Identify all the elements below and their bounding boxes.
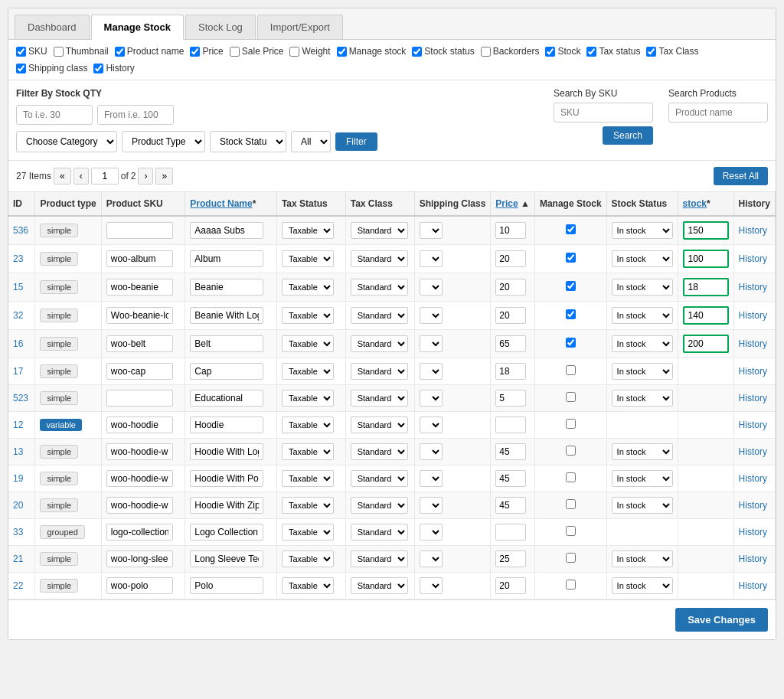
manage-stock-checkbox[interactable] <box>566 553 576 563</box>
name-input[interactable] <box>190 470 263 487</box>
sku-input[interactable] <box>106 550 173 567</box>
product-id-link[interactable]: 16 <box>13 338 23 349</box>
tab-stock-log[interactable]: Stock Log <box>185 15 256 39</box>
col-check-shipping-class[interactable] <box>16 64 26 73</box>
price-input[interactable] <box>495 577 526 594</box>
product-id-link[interactable]: 19 <box>13 473 23 484</box>
col-check-product-name[interactable] <box>115 47 125 57</box>
stock-status-select[interactable]: In stock Out of stock <box>612 497 673 514</box>
history-link[interactable]: History <box>739 310 767 321</box>
tab-dashboard[interactable]: Dashboard <box>15 15 90 39</box>
col-check-backorders[interactable] <box>481 47 491 57</box>
save-changes-button[interactable]: Save Changes <box>675 608 768 632</box>
stock-status-select[interactable]: In stock Out of stock <box>612 222 673 239</box>
reset-all-button[interactable]: Reset All <box>714 167 768 185</box>
manage-stock-checkbox[interactable] <box>566 338 576 348</box>
product-id-link[interactable]: 17 <box>13 366 23 377</box>
product-name-search-input[interactable] <box>668 103 768 122</box>
stock-status-select[interactable]: Stock Statu <box>210 131 286 152</box>
stock-status-select[interactable]: In stock Out of stock <box>612 577 673 594</box>
col-check-price[interactable] <box>190 47 200 57</box>
manage-stock-checkbox[interactable] <box>566 446 576 456</box>
history-link[interactable]: History <box>739 393 767 403</box>
name-input[interactable] <box>190 497 263 514</box>
sku-input[interactable] <box>106 222 173 239</box>
tax-status-select[interactable]: Taxable None <box>282 443 334 460</box>
tax-class-select[interactable]: Standard Reduced Zero <box>351 577 408 594</box>
name-input[interactable] <box>190 416 263 433</box>
tax-status-select[interactable]: Taxable None <box>282 222 334 239</box>
sku-input[interactable] <box>106 470 173 487</box>
sku-input[interactable] <box>106 363 173 380</box>
tax-class-select[interactable]: Standard Reduced Zero <box>351 524 408 541</box>
price-input[interactable] <box>495 363 526 380</box>
tax-class-select[interactable]: Standard Reduced Zero <box>351 250 408 267</box>
tax-status-select[interactable]: Taxable None <box>282 250 334 267</box>
tax-class-select[interactable]: Standard Reduced Zero <box>351 443 408 460</box>
filter-button[interactable]: Filter <box>335 132 377 151</box>
shipping-class-select[interactable] <box>420 524 443 541</box>
tax-class-select[interactable]: Standard Reduced Zero <box>351 307 408 324</box>
tax-class-select[interactable]: Standard Reduced Zero <box>351 363 408 380</box>
price-input[interactable] <box>495 497 526 514</box>
manage-stock-checkbox[interactable] <box>566 281 576 291</box>
tax-status-select[interactable]: Taxable None <box>282 577 334 594</box>
product-id-link[interactable]: 12 <box>13 420 23 430</box>
tax-status-select[interactable]: Taxable None <box>282 390 334 407</box>
page-number-input[interactable] <box>91 168 119 185</box>
tax-status-select[interactable]: Taxable None <box>282 524 334 541</box>
tax-status-select[interactable]: Taxable None <box>282 497 334 514</box>
tax-status-select[interactable]: Taxable None <box>282 416 334 433</box>
history-link[interactable]: History <box>739 282 767 292</box>
price-input[interactable] <box>495 524 526 541</box>
col-check-sku[interactable] <box>16 47 26 57</box>
product-id-link[interactable]: 13 <box>13 446 23 457</box>
sku-input[interactable] <box>106 443 173 460</box>
product-id-link[interactable]: 20 <box>13 500 23 511</box>
stock-input[interactable] <box>683 221 729 240</box>
tax-class-select[interactable]: Standard Reduced Zero <box>351 279 408 296</box>
name-input[interactable] <box>190 335 263 352</box>
first-page-button[interactable]: « <box>54 168 71 185</box>
shipping-class-select[interactable] <box>420 497 443 514</box>
shipping-class-select[interactable] <box>420 222 443 239</box>
price-input[interactable] <box>495 222 526 239</box>
product-id-link[interactable]: 536 <box>13 225 28 236</box>
col-check-tax-class[interactable] <box>646 47 656 57</box>
name-input[interactable] <box>190 443 263 460</box>
tax-status-select[interactable]: Taxable None <box>282 335 334 352</box>
manage-stock-checkbox[interactable] <box>566 419 576 429</box>
filter-from-input[interactable] <box>16 105 93 125</box>
shipping-class-select[interactable] <box>420 279 443 296</box>
shipping-class-select[interactable] <box>420 550 443 567</box>
stock-status-select[interactable]: In stock Out of stock <box>612 250 673 267</box>
price-input[interactable] <box>495 550 526 567</box>
tax-class-select[interactable]: Standard Reduced Zero <box>351 222 408 239</box>
history-link[interactable]: History <box>739 420 767 430</box>
prev-page-button[interactable]: ‹ <box>74 168 89 185</box>
price-input[interactable] <box>495 279 526 296</box>
all-select[interactable]: All <box>291 131 331 152</box>
price-input[interactable] <box>495 390 526 407</box>
product-id-link[interactable]: 23 <box>13 253 23 264</box>
stock-input[interactable] <box>683 306 729 325</box>
shipping-class-select[interactable] <box>420 390 443 407</box>
history-link[interactable]: History <box>739 338 767 349</box>
manage-stock-checkbox[interactable] <box>566 526 576 536</box>
sku-input[interactable] <box>106 335 173 352</box>
tax-status-select[interactable]: Taxable None <box>282 307 334 324</box>
stock-status-select[interactable]: In stock Out of stock <box>612 279 673 296</box>
tax-class-select[interactable]: Standard Reduced Zero <box>351 550 408 567</box>
price-input[interactable] <box>495 443 526 460</box>
stock-input[interactable] <box>683 250 729 268</box>
price-input[interactable] <box>495 416 526 433</box>
price-input[interactable] <box>495 335 526 352</box>
history-link[interactable]: History <box>739 225 767 236</box>
col-check-thumbnail[interactable] <box>54 47 64 57</box>
filter-to-input[interactable] <box>97 105 174 125</box>
manage-stock-checkbox[interactable] <box>566 253 576 263</box>
tab-import-export[interactable]: Import/Export <box>257 15 343 39</box>
manage-stock-checkbox[interactable] <box>566 499 576 509</box>
shipping-class-select[interactable] <box>420 416 443 433</box>
last-page-button[interactable]: » <box>155 168 173 185</box>
